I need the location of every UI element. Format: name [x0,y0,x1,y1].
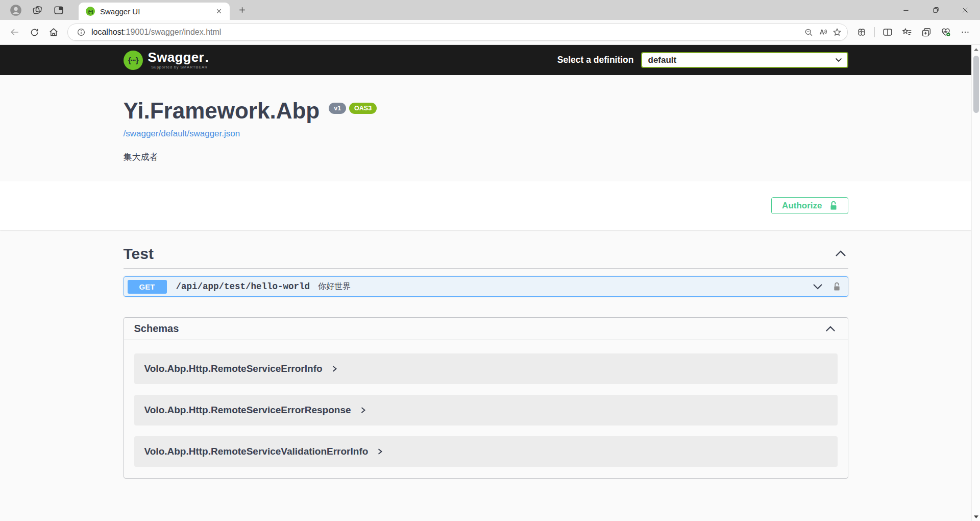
model-name: Volo.Abp.Http.RemoteServiceValidationErr… [144,446,369,457]
browser-tab[interactable]: {···} Swagger UI [79,3,230,20]
home-button[interactable] [45,24,62,40]
model-row[interactable]: Volo.Abp.Http.RemoteServiceErrorResponse [134,395,838,425]
model-name: Volo.Abp.Http.RemoteServiceErrorInfo [144,363,323,374]
site-info-icon[interactable] [74,25,88,39]
authorize-button[interactable]: Authorize [771,197,848,214]
chevron-down-icon [835,58,842,62]
schemas-header[interactable]: Schemas [124,318,848,340]
chevron-right-icon [360,407,366,414]
version-badge: v1 [329,103,346,114]
collections-icon[interactable] [918,24,935,40]
chevron-up-icon [825,326,836,332]
collapse-tag-button[interactable] [833,248,848,259]
model-name: Volo.Abp.Http.RemoteServiceErrorResponse [144,405,351,416]
authorize-label: Authorize [782,201,822,211]
zoom-indicator-icon[interactable] [801,25,816,39]
page-title: Yi.Framework.Abp [124,98,320,124]
api-info-section: Yi.Framework.Abp v1 OAS3 /swagger/defaul… [113,75,859,181]
chevron-up-icon [835,250,846,257]
select-definition-label: Select a definition [557,55,634,65]
url-host: localhost [91,28,124,36]
schemas-section: Schemas Volo.Abp.Http.RemoteServiceError… [124,317,848,479]
scheme-container: Authorize [0,181,971,230]
model-row[interactable]: Volo.Abp.Http.RemoteServiceErrorInfo [134,353,838,384]
minimize-button[interactable] [891,0,921,20]
browser-essentials-icon[interactable] [938,24,954,40]
url-path: :19001/swagger/index.html [124,28,221,36]
close-window-button[interactable] [950,0,980,20]
operation-path: /api/app/test/hello-world [176,281,310,292]
back-button[interactable] [7,24,23,40]
profile-avatar-icon [9,4,22,17]
favorites-hub-icon[interactable] [899,24,915,40]
operation-summary: 你好世界 [318,281,351,292]
title-badges: v1 OAS3 [326,103,377,114]
restore-button[interactable] [921,0,950,20]
http-method-badge: GET [128,280,167,294]
settings-menu-icon[interactable] [957,24,973,40]
chevron-right-icon [377,448,383,455]
split-screen-icon[interactable] [879,24,896,40]
lock-icon[interactable] [833,282,841,292]
chevron-down-icon[interactable] [813,283,823,290]
scroll-up-arrow[interactable] [972,45,980,54]
scrollbar-thumb[interactable] [973,56,979,113]
swagger-favicon-icon: {···} [86,7,95,16]
logo-tagline: Supported by SMARTBEAR [151,65,208,69]
tag-title: Test [124,245,154,262]
browser-toolbar: localhost:19001/swagger/index.html [0,20,980,45]
browser-window: {···} Swagger UI [0,0,980,521]
page-content: {···} Swagger Supported by SMARTBEAR Sel… [0,45,980,521]
tag-section-header[interactable]: Test [124,245,848,269]
swagger-logo-icon: {···} [124,51,143,70]
tab-close-icon[interactable] [213,6,225,17]
definition-select[interactable]: default [641,52,848,68]
tab-actions-icon[interactable] [51,3,66,18]
tab-title: Swagger UI [100,7,213,16]
oas-badge: OAS3 [349,103,377,114]
address-bar[interactable]: localhost:19001/swagger/index.html [67,23,848,41]
collapse-schemas-button[interactable] [823,324,838,334]
definition-select-value: default [648,55,835,65]
refresh-button[interactable] [26,24,42,40]
scroll-down-arrow[interactable] [972,512,980,521]
scrollbar[interactable] [971,45,980,521]
api-description: 集大成者 [124,151,848,163]
chevron-right-icon [332,365,337,372]
tab-strip: {···} Swagger UI [0,0,980,20]
new-tab-button[interactable] [235,3,249,17]
operations-section: Test GET /api/app/test/hello-world 你好世界 [113,245,859,509]
workspaces-icon[interactable] [30,3,45,18]
unlock-icon [829,201,838,211]
swagger-ui: {···} Swagger Supported by SMARTBEAR Sel… [0,45,971,509]
favorite-star-icon[interactable] [830,25,844,39]
model-list: Volo.Abp.Http.RemoteServiceErrorInfo Vol… [124,340,848,478]
read-aloud-icon[interactable] [816,25,830,39]
window-controls [891,0,980,20]
url-text[interactable]: localhost:19001/swagger/index.html [91,28,801,37]
swagger-logo: {···} Swagger Supported by SMARTBEAR [124,51,208,70]
spec-link[interactable]: /swagger/default/swagger.json [124,129,240,139]
logo-text: Swagger [148,51,208,64]
swagger-topbar: {···} Swagger Supported by SMARTBEAR Sel… [0,45,971,75]
operation-row[interactable]: GET /api/app/test/hello-world 你好世界 [124,276,848,297]
profile-avatar[interactable] [8,3,23,18]
model-row[interactable]: Volo.Abp.Http.RemoteServiceValidationErr… [134,436,838,467]
toolbar-divider [874,27,875,37]
extensions-icon[interactable] [853,24,870,40]
definition-selector: Select a definition default [557,52,848,68]
schemas-title: Schemas [134,323,179,335]
